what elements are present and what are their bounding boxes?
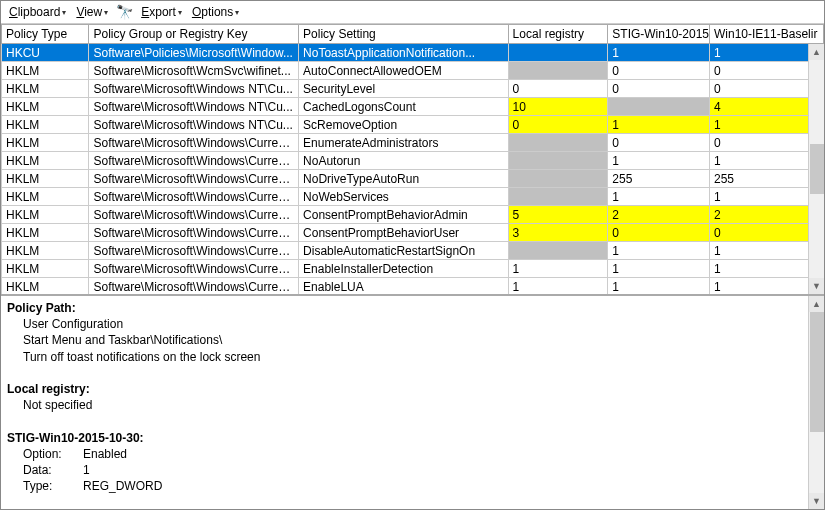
table-cell[interactable]: Software\Microsoft\Windows\Curren... [89, 206, 299, 224]
table-cell[interactable]: 1 [608, 260, 710, 278]
table-row[interactable]: HKLMSoftware\Microsoft\Windows\Curren...… [2, 170, 824, 188]
table-cell[interactable]: HKLM [2, 224, 89, 242]
policy-grid[interactable]: Policy Type Policy Group or Registry Key… [1, 24, 824, 296]
table-cell[interactable]: SecurityLevel [299, 80, 509, 98]
table-cell[interactable]: Software\Microsoft\Windows NT\Cu... [89, 80, 299, 98]
col-baseline[interactable]: Win10-IE11-Baselir [710, 25, 824, 44]
table-cell[interactable]: HKLM [2, 206, 89, 224]
table-cell[interactable]: Software\Microsoft\Windows NT\Cu... [89, 98, 299, 116]
table-cell[interactable] [508, 152, 608, 170]
table-cell[interactable] [508, 242, 608, 260]
table-row[interactable]: HKLMSoftware\Microsoft\Windows NT\Cu...S… [2, 80, 824, 98]
table-cell[interactable]: Software\Policies\Microsoft\Window... [89, 44, 299, 62]
table-cell[interactable]: 0 [608, 80, 710, 98]
col-local-registry[interactable]: Local registry [508, 25, 608, 44]
scroll-up-icon[interactable]: ▲ [809, 44, 824, 60]
menu-options[interactable]: Options ▾ [190, 4, 241, 20]
table-row[interactable]: HKLMSoftware\Microsoft\Windows\Curren...… [2, 206, 824, 224]
table-cell[interactable]: 255 [608, 170, 710, 188]
table-row[interactable]: HKLMSoftware\Microsoft\Windows NT\Cu...C… [2, 98, 824, 116]
table-cell[interactable]: 1 [608, 188, 710, 206]
table-cell[interactable]: 10 [508, 98, 608, 116]
col-stig[interactable]: STIG-Win10-2015- [608, 25, 710, 44]
table-cell[interactable]: 0 [608, 224, 710, 242]
table-cell[interactable]: HKLM [2, 98, 89, 116]
table-cell[interactable]: 0 [710, 224, 824, 242]
table-row[interactable]: HKCUSoftware\Policies\Microsoft\Window..… [2, 44, 824, 62]
table-cell[interactable]: 3 [508, 224, 608, 242]
table-cell[interactable]: 0 [608, 134, 710, 152]
table-cell[interactable]: 0 [508, 80, 608, 98]
table-cell[interactable]: 0 [608, 62, 710, 80]
table-cell[interactable]: HKCU [2, 44, 89, 62]
menu-view[interactable]: View ▾ [74, 4, 110, 20]
scroll-thumb[interactable] [810, 144, 824, 194]
table-cell[interactable]: HKLM [2, 62, 89, 80]
table-cell[interactable]: 1 [608, 44, 710, 62]
scroll-up-icon[interactable]: ▲ [809, 296, 824, 312]
table-cell[interactable]: Software\Microsoft\WcmSvc\wifinet... [89, 62, 299, 80]
table-cell[interactable]: HKLM [2, 116, 89, 134]
table-row[interactable]: HKLMSoftware\Microsoft\Windows NT\Cu...S… [2, 116, 824, 134]
table-cell[interactable]: 1 [608, 278, 710, 296]
table-cell[interactable]: 0 [710, 134, 824, 152]
table-cell[interactable]: 1 [710, 152, 824, 170]
table-cell[interactable]: HKLM [2, 152, 89, 170]
table-row[interactable]: HKLMSoftware\Microsoft\Windows\Curren...… [2, 224, 824, 242]
table-cell[interactable]: 4 [710, 98, 824, 116]
table-cell[interactable]: 0 [710, 62, 824, 80]
grid-scrollbar[interactable]: ▲ ▼ [808, 44, 824, 294]
table-cell[interactable]: Software\Microsoft\Windows\Curren... [89, 278, 299, 296]
table-cell[interactable]: NoWebServices [299, 188, 509, 206]
table-cell[interactable] [508, 134, 608, 152]
scroll-down-icon[interactable]: ▼ [809, 278, 824, 294]
table-row[interactable]: HKLMSoftware\Microsoft\Windows\Curren...… [2, 242, 824, 260]
table-cell[interactable]: EnableLUA [299, 278, 509, 296]
table-cell[interactable]: 1 [508, 260, 608, 278]
table-row[interactable]: HKLMSoftware\Microsoft\Windows\Curren...… [2, 134, 824, 152]
col-policy-group[interactable]: Policy Group or Registry Key [89, 25, 299, 44]
table-cell[interactable]: NoDriveTypeAutoRun [299, 170, 509, 188]
table-cell[interactable]: Software\Microsoft\Windows\Curren... [89, 224, 299, 242]
table-cell[interactable]: Software\Microsoft\Windows\Curren... [89, 152, 299, 170]
table-cell[interactable]: 5 [508, 206, 608, 224]
table-cell[interactable]: Software\Microsoft\Windows\Curren... [89, 260, 299, 278]
menu-export[interactable]: Export ▾ [139, 4, 184, 20]
table-cell[interactable]: HKLM [2, 242, 89, 260]
table-cell[interactable] [508, 170, 608, 188]
table-cell[interactable]: NoAutorun [299, 152, 509, 170]
table-row[interactable]: HKLMSoftware\Microsoft\Windows\Curren...… [2, 260, 824, 278]
table-cell[interactable] [508, 44, 608, 62]
table-cell[interactable]: 2 [608, 206, 710, 224]
grid-header-row[interactable]: Policy Type Policy Group or Registry Key… [2, 25, 824, 44]
table-cell[interactable]: CachedLogonsCount [299, 98, 509, 116]
table-cell[interactable]: 1 [508, 278, 608, 296]
table-cell[interactable]: HKLM [2, 278, 89, 296]
table-cell[interactable]: 0 [508, 116, 608, 134]
table-cell[interactable]: Software\Microsoft\Windows\Curren... [89, 188, 299, 206]
table-cell[interactable]: HKLM [2, 188, 89, 206]
table-cell[interactable]: 1 [710, 44, 824, 62]
table-cell[interactable]: 1 [608, 152, 710, 170]
table-row[interactable]: HKLMSoftware\Microsoft\Windows\Curren...… [2, 278, 824, 296]
table-cell[interactable]: Software\Microsoft\Windows\Curren... [89, 170, 299, 188]
table-row[interactable]: HKLMSoftware\Microsoft\WcmSvc\wifinet...… [2, 62, 824, 80]
table-cell[interactable]: 1 [710, 278, 824, 296]
table-cell[interactable]: HKLM [2, 80, 89, 98]
table-row[interactable]: HKLMSoftware\Microsoft\Windows\Curren...… [2, 152, 824, 170]
table-cell[interactable]: HKLM [2, 260, 89, 278]
table-cell[interactable]: 1 [608, 116, 710, 134]
menu-clipboard[interactable]: Clipboard ▾ [7, 4, 68, 20]
table-cell[interactable]: AutoConnectAllowedOEM [299, 62, 509, 80]
table-cell[interactable] [608, 98, 710, 116]
detail-scrollbar[interactable]: ▲ ▼ [808, 296, 824, 509]
table-cell[interactable]: Software\Microsoft\Windows\Curren... [89, 134, 299, 152]
table-cell[interactable]: 1 [710, 260, 824, 278]
table-cell[interactable]: HKLM [2, 134, 89, 152]
table-cell[interactable] [508, 62, 608, 80]
table-cell[interactable] [508, 188, 608, 206]
table-cell[interactable]: Software\Microsoft\Windows NT\Cu... [89, 116, 299, 134]
scroll-thumb[interactable] [810, 312, 824, 432]
table-cell[interactable]: ScRemoveOption [299, 116, 509, 134]
table-cell[interactable]: 1 [710, 116, 824, 134]
